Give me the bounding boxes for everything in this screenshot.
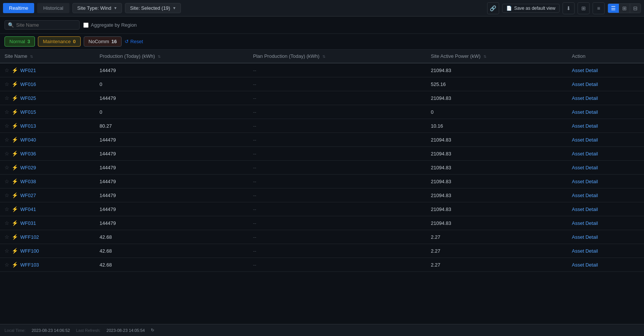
asset-detail-link[interactable]: Asset Detail xyxy=(572,151,598,157)
favorite-star-icon[interactable]: ☆ xyxy=(5,248,9,254)
cell-active-power: 21094.83 xyxy=(426,161,567,175)
site-name-link[interactable]: WF038 xyxy=(20,179,36,184)
site-name-link[interactable]: WF015 xyxy=(20,109,36,115)
download-button[interactable]: ⬇ xyxy=(563,2,575,14)
asset-detail-link[interactable]: Asset Detail xyxy=(572,248,598,254)
site-name-link[interactable]: WF027 xyxy=(20,193,36,198)
asset-detail-link[interactable]: Asset Detail xyxy=(572,137,598,143)
site-name-link[interactable]: WF013 xyxy=(20,123,36,129)
cell-plan-production: -- xyxy=(248,133,426,147)
sort-icon[interactable]: ⇅ xyxy=(483,54,486,59)
cell-production: 144479 xyxy=(95,202,248,216)
site-name-link[interactable]: WF031 xyxy=(20,220,36,226)
list-view-button[interactable]: ☰ xyxy=(608,4,619,13)
site-name-link[interactable]: WF025 xyxy=(20,95,36,101)
grid-large-view-button[interactable]: ⊟ xyxy=(630,4,641,13)
asset-detail-link[interactable]: Asset Detail xyxy=(572,123,598,129)
site-name-link[interactable]: WF029 xyxy=(20,165,36,170)
favorite-star-icon[interactable]: ☆ xyxy=(5,262,9,268)
cell-action: Asset Detail xyxy=(567,147,644,161)
asset-detail-link[interactable]: Asset Detail xyxy=(572,193,598,198)
favorite-star-icon[interactable]: ☆ xyxy=(5,81,9,87)
favorite-star-icon[interactable]: ☆ xyxy=(5,234,9,240)
asset-detail-link[interactable]: Asset Detail xyxy=(572,68,598,73)
cell-action: Asset Detail xyxy=(567,175,644,188)
favorite-star-icon[interactable]: ☆ xyxy=(5,95,9,101)
wind-turbine-icon: ⚡ xyxy=(12,262,18,268)
aggregate-region-checkbox[interactable] xyxy=(83,23,89,28)
cell-plan-production: -- xyxy=(248,147,426,161)
site-name-link[interactable]: WF040 xyxy=(20,137,36,143)
site-selected-dropdown[interactable]: Site: Selected (19) ▼ xyxy=(125,3,181,13)
table-row: ☆ ⚡ WF025 144479 -- 21094.83 Asset Detai… xyxy=(0,91,644,105)
favorite-star-icon[interactable]: ☆ xyxy=(5,137,9,143)
asset-detail-link[interactable]: Asset Detail xyxy=(572,179,598,184)
favorite-star-icon[interactable]: ☆ xyxy=(5,123,9,129)
site-name-link[interactable]: WFF100 xyxy=(20,248,39,254)
tab-historical[interactable]: Historical xyxy=(37,3,69,13)
cell-plan-production: -- xyxy=(248,175,426,188)
cell-site-name: ☆ ⚡ WF041 xyxy=(0,202,95,216)
aggregate-region-checkbox-label[interactable]: Aggregate by Region xyxy=(83,22,137,28)
site-type-dropdown[interactable]: Site Type: Wind ▼ xyxy=(72,3,122,13)
cell-action: Asset Detail xyxy=(567,133,644,147)
site-name-link[interactable]: WFF102 xyxy=(20,234,39,240)
refresh-icon[interactable]: ↻ xyxy=(151,328,154,333)
favorite-star-icon[interactable]: ☆ xyxy=(5,67,9,73)
site-name-link[interactable]: WF036 xyxy=(20,151,36,157)
asset-detail-link[interactable]: Asset Detail xyxy=(572,220,598,226)
favorite-star-icon[interactable]: ☆ xyxy=(5,109,9,115)
asset-detail-link[interactable]: Asset Detail xyxy=(572,262,598,268)
link-icon-button[interactable]: 🔗 xyxy=(487,2,499,14)
favorite-star-icon[interactable]: ☆ xyxy=(5,206,9,212)
filter-normal-button[interactable]: Normal 3 xyxy=(5,36,35,47)
search-input[interactable] xyxy=(16,22,76,28)
cell-action: Asset Detail xyxy=(567,258,644,272)
asset-detail-link[interactable]: Asset Detail xyxy=(572,81,598,87)
cell-plan-production: -- xyxy=(248,202,426,216)
cell-active-power: 21094.83 xyxy=(426,216,567,230)
asset-detail-link[interactable]: Asset Detail xyxy=(572,95,598,101)
cell-site-name: ☆ ⚡ WF015 xyxy=(0,105,95,119)
favorite-star-icon[interactable]: ☆ xyxy=(5,151,9,157)
favorite-star-icon[interactable]: ☆ xyxy=(5,220,9,226)
save-icon: 📄 xyxy=(506,6,512,11)
cell-active-power: 21094.83 xyxy=(426,147,567,161)
col-production: Production (Today) (kWh) ⇅ xyxy=(95,50,248,63)
site-name-link[interactable]: WF016 xyxy=(20,81,36,87)
filter-nocomm-button[interactable]: NoComm 16 xyxy=(84,36,122,47)
table-row: ☆ ⚡ WF036 144479 -- 21094.83 Asset Detai… xyxy=(0,147,644,161)
sort-icon[interactable]: ⇅ xyxy=(30,54,33,59)
filter-maintenance-button[interactable]: Maintenance 0 xyxy=(38,36,81,47)
asset-detail-link[interactable]: Asset Detail xyxy=(572,206,598,212)
site-name-link[interactable]: WFF103 xyxy=(20,262,39,268)
reset-button[interactable]: ↺ Reset xyxy=(125,39,143,44)
table-row: ☆ ⚡ WF016 0 -- 525.16 Asset Detail xyxy=(0,77,644,91)
top-bar: Realtime Historical Site Type: Wind ▼ Si… xyxy=(0,0,644,17)
asset-detail-link[interactable]: Asset Detail xyxy=(572,165,598,170)
filter-row: Normal 3 Maintenance 0 NoComm 16 ↺ Reset xyxy=(0,34,644,50)
favorite-star-icon[interactable]: ☆ xyxy=(5,178,9,184)
cell-site-name: ☆ ⚡ WF025 xyxy=(0,91,95,105)
col-plan-production: Plan Production (Today) (kWh) ⇅ xyxy=(248,50,426,63)
cell-plan-production: -- xyxy=(248,105,426,119)
tab-realtime[interactable]: Realtime xyxy=(3,3,34,13)
site-name-link[interactable]: WF021 xyxy=(20,68,36,73)
favorite-star-icon[interactable]: ☆ xyxy=(5,164,9,170)
sort-icon[interactable]: ⇅ xyxy=(158,54,161,59)
table-row: ☆ ⚡ WFF102 42.68 -- 2.27 Asset Detail xyxy=(0,230,644,244)
cell-action: Asset Detail xyxy=(567,216,644,230)
cell-production: 42.68 xyxy=(95,244,248,258)
asset-detail-link[interactable]: Asset Detail xyxy=(572,109,598,115)
layout-button[interactable]: ⊞ xyxy=(578,2,590,14)
grid-small-view-button[interactable]: ⊞ xyxy=(619,4,630,13)
save-default-button[interactable]: 📄 Save as default view xyxy=(502,4,560,13)
cell-production: 42.68 xyxy=(95,258,248,272)
cell-action: Asset Detail xyxy=(567,202,644,216)
asset-detail-link[interactable]: Asset Detail xyxy=(572,234,598,240)
site-name-link[interactable]: WF041 xyxy=(20,206,36,212)
favorite-star-icon[interactable]: ☆ xyxy=(5,192,9,198)
sort-icon[interactable]: ⇅ xyxy=(322,54,325,59)
settings-button[interactable]: ≡ xyxy=(593,2,605,14)
wind-turbine-icon: ⚡ xyxy=(12,67,18,73)
